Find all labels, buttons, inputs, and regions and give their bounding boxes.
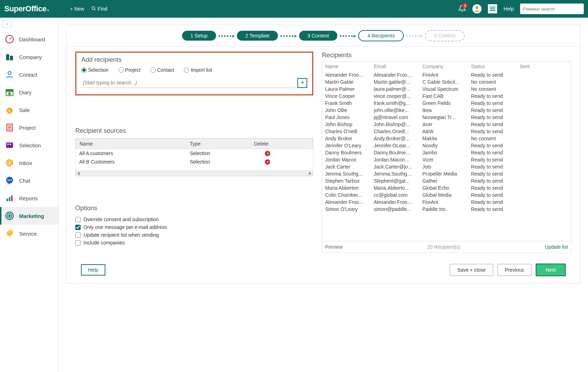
sidebar-item-inbox[interactable]: Inbox <box>0 154 58 172</box>
option-checkbox[interactable]: Include companies <box>75 239 313 247</box>
radio-selection[interactable]: Selection <box>81 67 109 73</box>
sidebar-item-selection[interactable]: Selection <box>0 136 58 154</box>
recipient-company: Makita <box>422 136 471 141</box>
recipient-status: Ready to send <box>471 129 520 134</box>
recipient-row[interactable]: Alexander Froo... Alexander.Froo... Fire… <box>322 71 571 78</box>
new-button[interactable]: +New <box>70 6 84 12</box>
svg-text:3: 3 <box>8 91 10 95</box>
recipient-row[interactable]: Jemma Southg... Jemma.Southg... Propelle… <box>322 170 571 177</box>
sidebar-item-dashboard[interactable]: Dashboard <box>0 30 58 48</box>
chevron-right-icon: ▸ <box>295 33 297 39</box>
svg-point-25 <box>7 179 8 181</box>
recipient-email: Jack.Carter@jo... <box>374 164 423 170</box>
sidebar-item-service[interactable]: Service <box>0 225 58 242</box>
sidebar-item-chat[interactable]: Chat <box>0 172 58 189</box>
radio-project[interactable]: Project <box>118 67 141 73</box>
horizontal-scrollbar[interactable] <box>76 170 313 176</box>
delete-button[interactable]: ✕ <box>265 151 270 156</box>
recipient-name: Simon O'Leary <box>325 206 374 212</box>
recipient-company: Noodly <box>422 143 471 148</box>
recipient-sent <box>519 157 568 163</box>
add-recipient-button[interactable]: + <box>297 78 307 88</box>
help-button[interactable]: Help <box>81 264 105 276</box>
recipient-row[interactable]: Vince Cooper vince.cooper@... Fast CAB R… <box>322 93 571 100</box>
sidebar-item-reports[interactable]: Reports <box>0 189 58 207</box>
recipient-row[interactable]: Frank Smith frank.smith@g... Green Field… <box>322 100 571 107</box>
collapse-icon <box>6 22 8 26</box>
sidebar-item-company[interactable]: Company <box>0 48 58 66</box>
radio-contact[interactable]: Contact <box>150 67 174 73</box>
recipient-row[interactable]: Jennifer O'Leary Jennifer.OLear... Noodl… <box>322 142 571 149</box>
recipient-company: Green Fields <box>422 100 471 106</box>
collapse-sidebar-button[interactable] <box>3 20 11 28</box>
svg-rect-5 <box>6 23 8 25</box>
recipient-row[interactable]: Stephen Tarbox Stephent@gat... Gather Re… <box>322 177 571 184</box>
recipient-row[interactable]: Alexander Froo... Alexander.Froo... Fire… <box>322 199 571 206</box>
recipient-name: Vince Cooper <box>325 93 374 99</box>
next-button[interactable]: Next <box>536 264 566 276</box>
sidebar-item-project[interactable]: Project <box>0 119 58 136</box>
recipient-status: Ready to send <box>471 192 520 198</box>
recipient-search-input[interactable] <box>81 78 295 88</box>
update-list-button[interactable]: Update list <box>545 244 568 250</box>
sidebar-item-contact[interactable]: Contact <box>0 66 58 83</box>
recipient-row[interactable]: Jordan Macon Jordan.Macon... Vizer Ready… <box>322 156 571 163</box>
wizard-step-template[interactable]: 2 Template <box>237 31 278 41</box>
sidebar-item-marketing[interactable]: Marketing <box>0 207 58 225</box>
wizard-step-confirm: 5 Confirm <box>425 30 465 41</box>
recipient-row[interactable]: Simon O'Leary simon@paddle... Paddle Inc… <box>322 206 571 213</box>
recipient-row[interactable]: Danny Boulmers Danny.Boulme... Jambo Rea… <box>322 149 571 156</box>
recipient-row[interactable]: Laura Palmer laura.palmer@... Visual Spe… <box>322 85 571 93</box>
notifications-button[interactable]: 1 <box>458 5 466 13</box>
freetext-search-field[interactable] <box>523 6 583 12</box>
plus-icon: + <box>70 6 73 12</box>
app-menu-button[interactable] <box>488 4 497 13</box>
svg-point-26 <box>9 179 10 181</box>
radio-import-list[interactable]: Import list <box>184 67 212 73</box>
recipient-row[interactable]: Maria Abberton Maria.Abberto... Global E… <box>322 184 571 191</box>
find-button[interactable]: Find <box>91 6 107 12</box>
option-checkbox[interactable]: Only one message per e-mail address <box>75 223 313 231</box>
svg-rect-20 <box>6 142 13 148</box>
recipient-sent <box>519 86 568 92</box>
wizard: 1 Setup ●●●●●▸ 2 Template ●●●●●▸ 3 Conte… <box>67 25 580 47</box>
previous-button[interactable]: Previous <box>497 264 531 276</box>
sale-icon: € <box>5 105 14 114</box>
recipient-row[interactable]: Martin Gable Martin.gable@... C Gable So… <box>322 78 571 85</box>
wizard-step-setup[interactable]: 1 Setup <box>182 31 216 41</box>
recipient-email: Maria.Abberto... <box>374 185 423 191</box>
recipient-sent <box>519 122 568 127</box>
option-checkbox[interactable]: Override consent and subscription <box>75 215 313 223</box>
recipient-row[interactable]: Andy Broker Andy.Broker@... Makita No co… <box>322 135 571 142</box>
search-input[interactable] <box>520 4 584 14</box>
delete-button[interactable]: ✕ <box>265 159 270 165</box>
preview-button[interactable]: Preview <box>325 244 343 250</box>
save-close-button[interactable]: Save + close <box>450 264 493 276</box>
sidebar-item-diary[interactable]: 3 Diary <box>0 83 58 101</box>
recipient-email: Jemma.Southg... <box>374 171 423 177</box>
svg-point-2 <box>476 6 478 9</box>
avatar[interactable] <box>472 4 482 13</box>
recipient-row[interactable]: John Ollie john.ollie@ike... Ikea Ready … <box>322 107 571 114</box>
wizard-step-content[interactable]: 3 Content <box>299 31 338 41</box>
recipient-company: Norwegian Tr... <box>422 114 471 120</box>
sidebar-item-label: Dashboard <box>19 36 45 42</box>
sidebar-item-sale[interactable]: € Sale <box>0 101 58 119</box>
recipient-status: Ready to send <box>471 171 520 177</box>
recipient-row[interactable]: John Bishop John.Bishop@... Acer Ready t… <box>322 121 571 128</box>
wizard-step-recipients[interactable]: 4 Recipients <box>358 30 404 41</box>
recipient-sent <box>519 164 568 170</box>
recipient-status: No consent <box>471 86 520 92</box>
recipient-row[interactable]: Paul Jones pj@ntravel.com Norwegian Tr..… <box>322 114 571 121</box>
recipient-row[interactable]: Charles O'neill Charles.Oneill... A&W Re… <box>322 128 571 135</box>
help-link[interactable]: Help <box>503 6 514 12</box>
option-checkbox[interactable]: Update recipient list when sending <box>75 231 313 239</box>
recipient-row[interactable]: Colin Chamber... cc@global.com Global Me… <box>322 191 571 199</box>
recipient-status: No consent <box>471 79 520 85</box>
chevron-right-icon: ▸ <box>354 33 356 39</box>
recipient-email: Martin.gable@... <box>374 79 423 85</box>
tag-icon <box>5 229 14 238</box>
recipient-row[interactable]: Jack Carter Jack.Carter@jo... Jots Ready… <box>322 163 571 170</box>
recipient-name: Martin Gable <box>325 79 374 85</box>
source-type: Selection <box>190 150 254 156</box>
